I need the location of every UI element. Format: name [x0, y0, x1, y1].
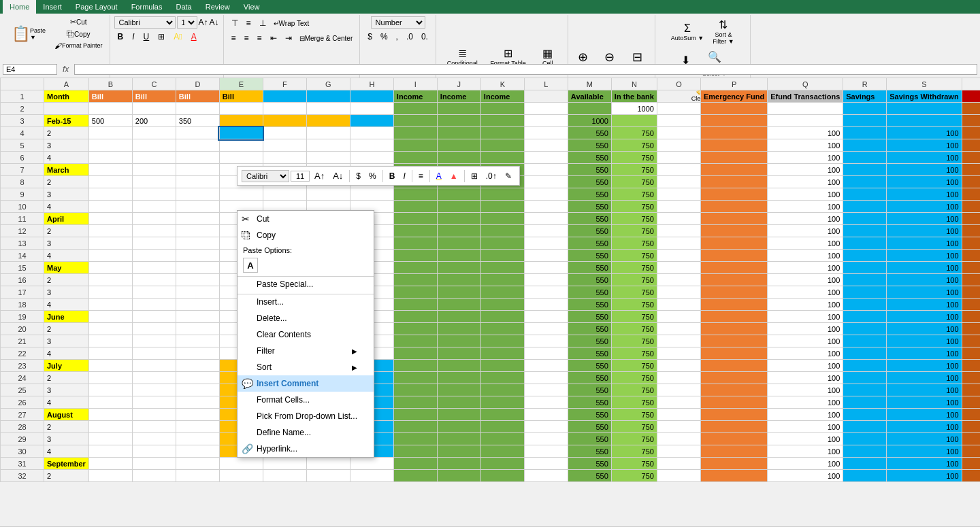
cell-L20[interactable]	[524, 323, 568, 335]
col-D[interactable]: D	[176, 78, 219, 90]
cell-K13[interactable]	[480, 237, 524, 250]
cell-T28[interactable]	[962, 421, 980, 433]
cell-J16[interactable]	[437, 274, 480, 286]
cell-T8[interactable]	[962, 176, 980, 188]
cell-K2[interactable]	[480, 103, 524, 115]
cell-I11[interactable]	[393, 213, 437, 225]
formula-input[interactable]	[74, 64, 977, 75]
col-S[interactable]: S	[887, 78, 962, 90]
cell-M23[interactable]: 550	[568, 360, 611, 372]
cell-J26[interactable]	[437, 396, 480, 409]
cell-M19[interactable]: 550	[568, 311, 611, 323]
cell-B25[interactable]	[88, 384, 132, 396]
cell-C1[interactable]: Bill	[132, 90, 176, 103]
mini-dec-inc-btn[interactable]: .0↑	[483, 169, 500, 183]
cell-D16[interactable]	[176, 274, 219, 286]
cell-L16[interactable]	[524, 274, 568, 286]
cell-I12[interactable]	[393, 225, 437, 237]
cm-copy[interactable]: ⿻ Copy	[238, 227, 374, 243]
cell-I29[interactable]	[393, 433, 437, 445]
cell-E1[interactable]: Bill	[219, 90, 263, 103]
cell-T7[interactable]	[962, 164, 980, 176]
cell-B9[interactable]	[88, 188, 132, 201]
cell-T18[interactable]	[962, 299, 980, 311]
cell-P12[interactable]	[700, 225, 767, 237]
cell-F4[interactable]	[263, 127, 306, 139]
cell-P5[interactable]	[700, 139, 767, 152]
row-header-32[interactable]: 32	[1, 470, 44, 482]
align-bottom-btn[interactable]: ⊥	[256, 16, 270, 30]
cell-S10[interactable]: 100	[887, 201, 962, 213]
col-P[interactable]: P	[700, 78, 767, 90]
cell-R29[interactable]	[843, 433, 887, 445]
cell-J24[interactable]	[437, 372, 480, 384]
col-N[interactable]: N	[611, 78, 657, 90]
cell-K15[interactable]	[480, 262, 524, 274]
row-header-7[interactable]: 7	[1, 164, 44, 176]
cell-I18[interactable]	[393, 299, 437, 311]
cell-R8[interactable]	[843, 176, 887, 188]
cell-D2[interactable]	[176, 103, 219, 115]
fill-color-button[interactable]: A⃝	[170, 30, 185, 44]
cell-D1[interactable]: Bill	[176, 90, 219, 103]
decimal-dec-btn[interactable]: 0.	[418, 30, 431, 44]
cell-F32[interactable]	[263, 470, 306, 482]
cell-J29[interactable]	[437, 433, 480, 445]
cell-M9[interactable]: 550	[568, 188, 611, 201]
cell-S18[interactable]: 100	[887, 299, 962, 311]
col-E[interactable]: E	[219, 78, 263, 90]
cell-P27[interactable]	[700, 409, 767, 421]
cell-C22[interactable]	[132, 347, 176, 360]
cell-B26[interactable]	[88, 396, 132, 409]
cell-Q6[interactable]: 100	[768, 152, 843, 164]
cell-B21[interactable]	[88, 335, 132, 347]
cell-I13[interactable]	[393, 237, 437, 250]
cell-L4[interactable]	[524, 127, 568, 139]
cell-Q19[interactable]: 100	[768, 311, 843, 323]
cell-A30[interactable]: 4	[44, 445, 89, 458]
paste-option-a-btn[interactable]: A	[243, 258, 258, 273]
cell-E32[interactable]	[219, 470, 263, 482]
cell-L9[interactable]	[524, 188, 568, 201]
cell-D12[interactable]	[176, 225, 219, 237]
cell-E4[interactable]	[219, 127, 263, 139]
row-header-4[interactable]: 4	[1, 127, 44, 139]
cell-B17[interactable]	[88, 286, 132, 299]
cell-C30[interactable]	[132, 445, 176, 458]
row-header-20[interactable]: 20	[1, 323, 44, 335]
cell-M2[interactable]	[568, 103, 611, 115]
cell-K10[interactable]	[480, 201, 524, 213]
cell-O29[interactable]	[657, 433, 700, 445]
cell-J17[interactable]	[437, 286, 480, 299]
cell-M31[interactable]: 550	[568, 458, 611, 470]
cell-K19[interactable]	[480, 311, 524, 323]
cell-O5[interactable]	[657, 139, 700, 152]
cell-L19[interactable]	[524, 311, 568, 323]
cell-G1[interactable]	[306, 90, 350, 103]
cell-S5[interactable]: 100	[887, 139, 962, 152]
cell-B27[interactable]	[88, 409, 132, 421]
cell-J1[interactable]: Income	[437, 90, 480, 103]
cell-C14[interactable]	[132, 250, 176, 262]
cell-O25[interactable]	[657, 384, 700, 396]
indent-dec-btn[interactable]: ⇤	[267, 31, 280, 45]
cell-B11[interactable]	[88, 213, 132, 225]
cell-G5[interactable]	[306, 139, 350, 152]
cell-N20[interactable]: 750	[611, 323, 657, 335]
cell-O11[interactable]	[657, 213, 700, 225]
cell-L29[interactable]	[524, 433, 568, 445]
cell-D32[interactable]	[176, 470, 219, 482]
cell-S27[interactable]: 100	[887, 409, 962, 421]
cell-B10[interactable]	[88, 201, 132, 213]
cell-S17[interactable]: 100	[887, 286, 962, 299]
cell-D18[interactable]	[176, 299, 219, 311]
cell-I28[interactable]	[393, 421, 437, 433]
cell-N9[interactable]: 750	[611, 188, 657, 201]
format-painter-button[interactable]: 🖌 Format Painter	[52, 40, 105, 51]
col-B[interactable]: B	[88, 78, 132, 90]
cell-C7[interactable]	[132, 164, 176, 176]
cell-N15[interactable]: 750	[611, 262, 657, 274]
cell-A21[interactable]: 3	[44, 335, 89, 347]
cell-G3[interactable]	[306, 115, 350, 127]
cell-D30[interactable]	[176, 445, 219, 458]
